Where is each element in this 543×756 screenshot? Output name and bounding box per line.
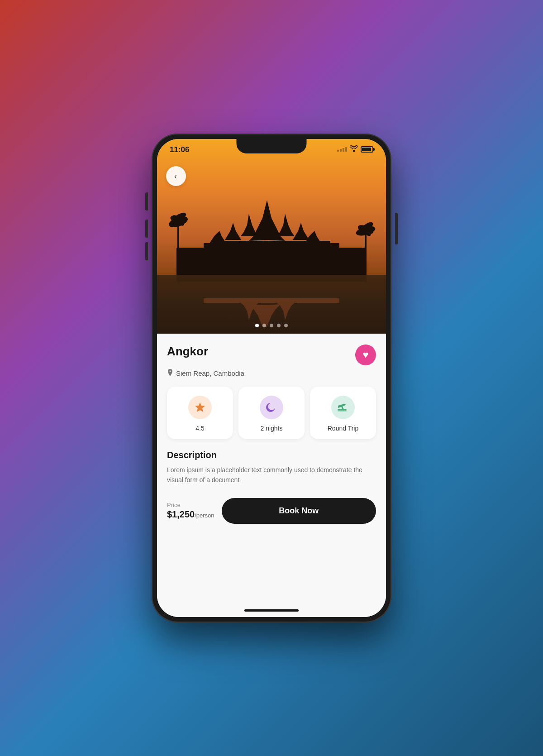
- svg-rect-9: [213, 241, 330, 245]
- notch: [237, 139, 307, 153]
- dot-5: [284, 324, 288, 327]
- svg-rect-24: [204, 298, 339, 303]
- phone-frame: 11:06: [152, 134, 391, 622]
- price-unit: /person: [195, 512, 214, 519]
- status-time: 11:06: [170, 145, 189, 154]
- dot-2: [262, 324, 266, 327]
- wifi-icon: [350, 145, 358, 153]
- phone-screen: 11:06: [157, 139, 386, 617]
- palm-left-icon: [167, 206, 190, 283]
- description-title: Description: [167, 450, 376, 460]
- svg-marker-5: [293, 223, 309, 240]
- price-display: $1,250/person: [167, 509, 214, 520]
- nights-value: 2 nights: [260, 425, 282, 432]
- back-chevron-icon: ‹: [174, 172, 177, 181]
- moon-icon: [265, 401, 278, 414]
- rating-icon-wrap: [188, 396, 212, 419]
- battery-icon: [361, 146, 373, 153]
- svg-marker-3: [277, 214, 295, 236]
- svg-marker-23: [277, 303, 295, 320]
- svg-rect-11: [177, 220, 179, 283]
- title-row: Angkor ♥: [167, 345, 376, 365]
- booking-bar: Price $1,250/person Book Now: [167, 498, 376, 524]
- heart-icon: ♥: [362, 349, 368, 361]
- image-dots: [255, 324, 288, 327]
- description-text: Lorem ipsum is a placeholder text common…: [167, 465, 376, 485]
- svg-marker-4: [225, 223, 241, 240]
- temple-silhouette: [176, 191, 367, 282]
- book-now-button[interactable]: Book Now: [222, 498, 376, 524]
- round-trip-icon: [336, 401, 350, 414]
- trip-icon-wrap: [331, 396, 355, 419]
- svg-marker-25: [195, 402, 205, 412]
- nights-card: 2 nights: [238, 387, 305, 439]
- location-text: Siem Reap, Cambodia: [176, 369, 244, 377]
- svg-marker-2: [241, 214, 258, 236]
- trip-value: Round Trip: [328, 425, 358, 432]
- dot-1: [255, 324, 259, 327]
- location-row: Siem Reap, Cambodia: [167, 369, 376, 378]
- dot-3: [270, 324, 273, 327]
- home-bar: [244, 609, 299, 612]
- back-button[interactable]: ‹: [166, 166, 186, 186]
- price-label: Price: [167, 502, 214, 508]
- dot-4: [277, 324, 281, 327]
- hero-image: ‹: [157, 139, 386, 334]
- star-icon: [194, 402, 206, 413]
- info-cards: 4.5 2 nights: [167, 387, 376, 439]
- home-indicator: [157, 603, 386, 617]
- signal-icon: [337, 147, 347, 152]
- rating-value: 4.5: [195, 425, 204, 432]
- status-icons: [337, 145, 373, 153]
- nights-icon-wrap: [260, 396, 283, 419]
- palm-right-icon: [353, 220, 378, 283]
- content-area: Angkor ♥ Siem Reap, Cambodia: [157, 334, 386, 603]
- price-section: Price $1,250/person: [167, 502, 214, 520]
- favorite-button[interactable]: ♥: [355, 345, 376, 365]
- reflection-svg: [176, 284, 367, 329]
- location-pin-icon: [167, 369, 173, 378]
- rating-card: 4.5: [167, 387, 233, 439]
- round-trip-card: Round Trip: [310, 387, 376, 439]
- destination-title: Angkor: [167, 345, 208, 359]
- price-value: $1,250: [167, 509, 195, 519]
